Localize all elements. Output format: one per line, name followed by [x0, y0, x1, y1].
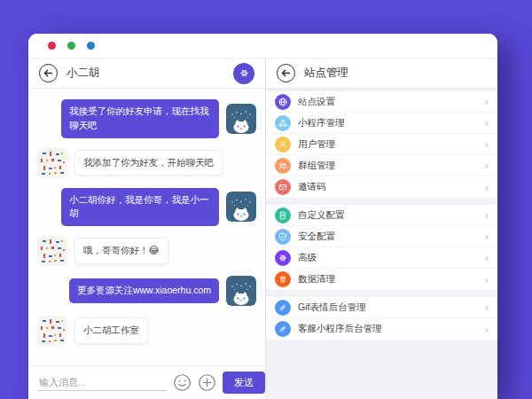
globe-icon — [275, 94, 291, 110]
site-management-panel: 站点管理 站点设置›小程序管理›用户管理›群组管理›邀请码›自定义配置›安全配置… — [266, 59, 497, 399]
menu-item-label: 站点设置 — [298, 96, 478, 108]
chat-message-received: 小二胡工作室 — [37, 316, 256, 346]
chat-bubble: 我添加了你为好友，开始聊天吧 — [74, 150, 223, 176]
menu-item-label: 客服小程序后台管理 — [298, 323, 478, 335]
chevron-right-icon: › — [485, 138, 489, 150]
menu-item[interactable]: 用户管理› — [266, 134, 497, 155]
plus-icon — [198, 373, 216, 392]
menu-item[interactable]: 小程序管理› — [266, 113, 497, 134]
chat-title: 小二胡 — [66, 66, 100, 81]
trash-icon — [275, 271, 291, 287]
minimize-window-button[interactable] — [67, 42, 75, 50]
site-menu: 站点设置›小程序管理›用户管理›群组管理›邀请码›自定义配置›安全配置›高级›数… — [266, 89, 497, 399]
menu-item-label: 小程序管理 — [298, 117, 478, 129]
back-arrow-icon — [280, 67, 292, 79]
chat-message-sent: 更多资源关注www.xiaoerhu.com — [37, 276, 256, 306]
window-body: 小二胡 我接受了你的好友申请，现在找我聊天吧 我添加了你为好友，开始聊天吧小二胡… — [28, 59, 497, 399]
menu-group: 自定义配置›安全配置›高级›数据清理› — [266, 205, 497, 290]
chevron-right-icon: › — [485, 252, 489, 263]
menu-item-label: Gif表情后台管理 — [298, 301, 478, 314]
window-titlebar — [28, 34, 497, 59]
group-icon — [275, 158, 291, 174]
maximize-window-button[interactable] — [87, 42, 95, 50]
menu-group: Gif表情后台管理›客服小程序后台管理› — [266, 297, 497, 340]
my-avatar[interactable] — [37, 236, 67, 266]
chevron-right-icon: › — [485, 274, 489, 286]
chevron-right-icon: › — [485, 324, 489, 335]
attach-button[interactable] — [198, 373, 216, 392]
chevron-right-icon: › — [485, 301, 489, 313]
document-icon — [275, 207, 291, 223]
chat-settings-button[interactable] — [233, 63, 254, 84]
contact-avatar[interactable] — [226, 276, 256, 306]
app-window: 小二胡 我接受了你的好友申请，现在找我聊天吧 我添加了你为好友，开始聊天吧小二胡… — [28, 34, 497, 399]
miniprogram-icon — [275, 115, 291, 131]
gear-icon — [275, 250, 291, 266]
close-window-button[interactable] — [48, 42, 56, 50]
menu-item-label: 数据清理 — [298, 273, 478, 286]
send-button[interactable]: 发送 — [223, 372, 265, 394]
shield-icon — [275, 229, 291, 245]
chat-bubble: 小二胡你好，我是你哥，我是小一胡 — [61, 188, 219, 227]
menu-item-label: 自定义配置 — [298, 209, 478, 222]
chat-message-received: 哦，哥哥你好！😂 — [37, 236, 256, 266]
chat-message-list: 我接受了你的好友申请，现在找我聊天吧 我添加了你为好友，开始聊天吧小二胡你好，我… — [28, 89, 265, 365]
chat-input-bar: 发送 — [28, 365, 265, 399]
chevron-right-icon: › — [485, 231, 489, 242]
menu-item[interactable]: Gif表情后台管理› — [266, 297, 497, 318]
menu-item[interactable]: 客服小程序后台管理› — [266, 318, 497, 340]
smiley-icon — [173, 373, 192, 392]
chat-message-sent: 我接受了你的好友申请，现在找我聊天吧 — [37, 99, 256, 138]
chat-panel: 小二胡 我接受了你的好友申请，现在找我聊天吧 我添加了你为好友，开始聊天吧小二胡… — [28, 59, 266, 399]
link-icon — [275, 300, 291, 316]
chat-bubble: 我接受了你的好友申请，现在找我聊天吧 — [61, 99, 219, 138]
chat-bubble: 小二胡工作室 — [74, 317, 148, 344]
message-input[interactable] — [37, 374, 167, 391]
emoji-button[interactable] — [173, 373, 192, 392]
menu-item[interactable]: 群组管理› — [266, 155, 497, 176]
my-avatar[interactable] — [37, 316, 67, 346]
gear-icon — [239, 67, 250, 79]
menu-item[interactable]: 邀请码› — [266, 176, 497, 198]
chevron-right-icon: › — [485, 96, 489, 107]
site-header: 站点管理 — [266, 59, 497, 89]
menu-item[interactable]: 安全配置› — [266, 226, 497, 247]
chat-header: 小二胡 — [28, 59, 265, 89]
menu-item[interactable]: 数据清理› — [266, 269, 497, 290]
menu-item[interactable]: 高级› — [266, 247, 497, 269]
chat-message-sent: 小二胡你好，我是你哥，我是小一胡 — [37, 188, 256, 227]
menu-group: 站点设置›小程序管理›用户管理›群组管理›邀请码› — [266, 91, 497, 198]
menu-item-label: 用户管理 — [298, 138, 478, 151]
chevron-right-icon: › — [485, 209, 489, 221]
chevron-right-icon: › — [485, 117, 489, 129]
menu-item-label: 高级 — [298, 252, 478, 264]
chat-bubble: 哦，哥哥你好！😂 — [74, 238, 168, 264]
user-icon — [275, 137, 291, 153]
menu-item[interactable]: 自定义配置› — [266, 205, 497, 226]
menu-item-label: 群组管理 — [298, 160, 478, 172]
menu-item-label: 安全配置 — [298, 231, 478, 243]
chat-bubble: 更多资源关注www.xiaoerhu.com — [69, 278, 219, 303]
contact-avatar[interactable] — [226, 104, 256, 134]
link-icon — [275, 321, 291, 337]
my-avatar[interactable] — [37, 148, 67, 178]
chat-back-button[interactable] — [39, 64, 58, 82]
menu-item-label: 邀请码 — [298, 181, 478, 193]
site-title: 站点管理 — [304, 66, 348, 81]
chevron-right-icon: › — [485, 182, 489, 193]
site-back-button[interactable] — [277, 64, 295, 82]
chevron-right-icon: › — [485, 160, 489, 171]
contact-avatar[interactable] — [226, 192, 256, 222]
envelope-icon — [275, 179, 291, 195]
menu-item[interactable]: 站点设置› — [266, 91, 497, 113]
chat-message-received: 我添加了你为好友，开始聊天吧 — [37, 148, 256, 178]
back-arrow-icon — [43, 67, 54, 79]
